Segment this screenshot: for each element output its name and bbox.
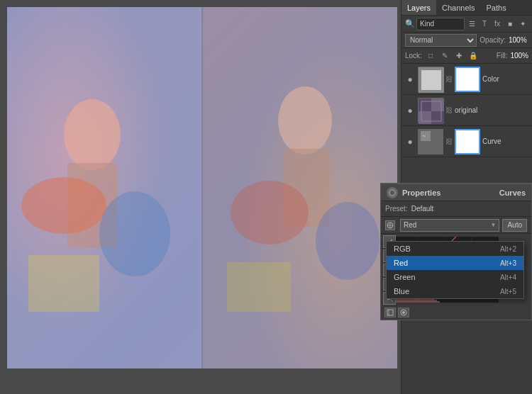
lock-label: Lock: [405, 52, 422, 60]
kind-search: Kind [416, 18, 465, 30]
properties-title-bar: Properties Curves [381, 184, 531, 201]
dropdown-label-rgb: RGB [394, 244, 411, 253]
preset-value: Default [411, 205, 434, 213]
channel-dropdown: RGB Alt+2 Red Alt+3 Green Alt+4 Blue Alt… [386, 241, 524, 299]
layer-type-icon[interactable]: T [479, 18, 490, 30]
dropdown-item-red[interactable]: Red Alt+3 [387, 256, 523, 270]
chain-icon-color: ⛓ [445, 75, 453, 83]
chain-icon-curves: ⛓ [445, 137, 453, 145]
auto-button[interactable]: Auto [502, 219, 527, 232]
lock-all-icon[interactable]: 🔒 [467, 50, 479, 62]
svg-rect-6 [28, 255, 99, 312]
svg-rect-16 [421, 70, 441, 90]
lock-row: Lock: □ ✎ ✚ 🔒 Fill: 100% [401, 48, 532, 64]
dropdown-item-blue[interactable]: Blue Alt+5 [387, 284, 523, 298]
opacity-value: 100% [509, 36, 528, 44]
layer-smart-icon[interactable]: ✦ [517, 18, 528, 30]
layer-mask-color [455, 67, 480, 92]
layer-thumb-original [418, 98, 443, 123]
svg-rect-18 [431, 98, 444, 111]
channel-select-text: Red [404, 221, 491, 229]
layer-item-color[interactable]: ● ⛓ Color [401, 64, 532, 95]
svg-point-5 [99, 191, 170, 276]
preset-label: Preset: [385, 205, 408, 213]
svg-point-53 [402, 311, 405, 314]
svg-point-12 [316, 202, 379, 280]
dropdown-shortcut-rgb: Alt+2 [500, 245, 516, 253]
layer-fx-icon[interactable]: fx [492, 18, 503, 30]
props-bottom-toolbar [381, 305, 531, 320]
tab-channels[interactable]: Channels [436, 0, 480, 15]
layer-thumb-curves: ~ [418, 129, 443, 154]
svg-point-9 [278, 86, 332, 154]
layer-item-curves[interactable]: ● ~ ⛓ Curve [401, 126, 532, 157]
layer-eye-color[interactable]: ● [404, 74, 416, 85]
lock-transparent-icon[interactable]: □ [425, 50, 436, 62]
layer-thumb-color [418, 67, 443, 92]
channel-select-arrow: ▼ [491, 222, 497, 228]
magnifier-icon: 🔍 [405, 19, 415, 28]
blend-mode-select[interactable]: Normal [405, 34, 477, 47]
layer-eye-original[interactable]: ● [404, 105, 416, 116]
curves-label: Curves [499, 188, 526, 197]
fill-row: Fill: 100% [497, 52, 528, 60]
dropdown-label-red: Red [394, 259, 408, 267]
svg-line-58 [391, 300, 393, 302]
dropdown-shortcut-green: Alt+4 [500, 274, 516, 281]
layer-eye-curves[interactable]: ● [404, 136, 416, 147]
curves-mask [455, 129, 480, 154]
svg-text:~: ~ [422, 133, 426, 140]
svg-rect-19 [419, 111, 431, 124]
chain-icon-original: ⛓ [445, 106, 453, 114]
dropdown-item-green[interactable]: Green Alt+4 [387, 270, 523, 284]
svg-point-25 [390, 191, 394, 195]
layer-filter-icon[interactable]: ☰ [466, 18, 477, 30]
dropdown-label-blue: Blue [394, 287, 409, 296]
opacity-label: Opacity: [480, 36, 506, 44]
dropdown-label-green: Green [394, 273, 416, 281]
preset-line: Preset: Default [381, 201, 531, 217]
dropdown-shortcut-red: Alt+3 [500, 259, 516, 267]
svg-point-2 [64, 99, 121, 170]
svg-point-11 [231, 181, 309, 244]
target-tool-icon[interactable] [385, 220, 395, 230]
lock-move-icon[interactable]: ✚ [453, 50, 465, 62]
channel-line: Red ▼ Auto [381, 217, 531, 234]
dropdown-shortcut-blue: Alt+5 [500, 288, 516, 296]
fill-value: 100% [510, 52, 528, 60]
clip-icon[interactable] [384, 308, 396, 317]
canvas-area [0, 0, 404, 394]
visibility-icon[interactable] [398, 308, 409, 317]
svg-rect-50 [387, 310, 393, 315]
tab-paths[interactable]: Paths [481, 0, 512, 15]
kind-label: Kind [420, 20, 434, 28]
properties-title: Properties [402, 188, 440, 197]
layers-toolbar: 🔍 Kind ☰ T fx ■ ✦ [401, 16, 532, 33]
layer-name-color: Color [482, 75, 529, 83]
curves-adj-icon [387, 187, 398, 198]
lock-paint-icon[interactable]: ✎ [439, 50, 450, 62]
layer-name-original: original [455, 106, 529, 114]
layer-mode-icon[interactable]: ■ [504, 18, 516, 30]
tab-layers[interactable]: Layers [401, 0, 436, 15]
fill-label: Fill: [497, 52, 508, 60]
channel-select-box[interactable]: Red ▼ [400, 219, 499, 232]
layer-name-curves: Curve [482, 137, 529, 145]
layer-item-original[interactable]: ● ⛓ original [401, 95, 532, 126]
svg-rect-13 [227, 262, 291, 312]
svg-point-4 [21, 177, 106, 234]
layers-tabs: Layers Channels Paths [401, 0, 532, 16]
dropdown-item-rgb[interactable]: RGB Alt+2 [387, 242, 523, 256]
canvas-image [7, 7, 397, 368]
